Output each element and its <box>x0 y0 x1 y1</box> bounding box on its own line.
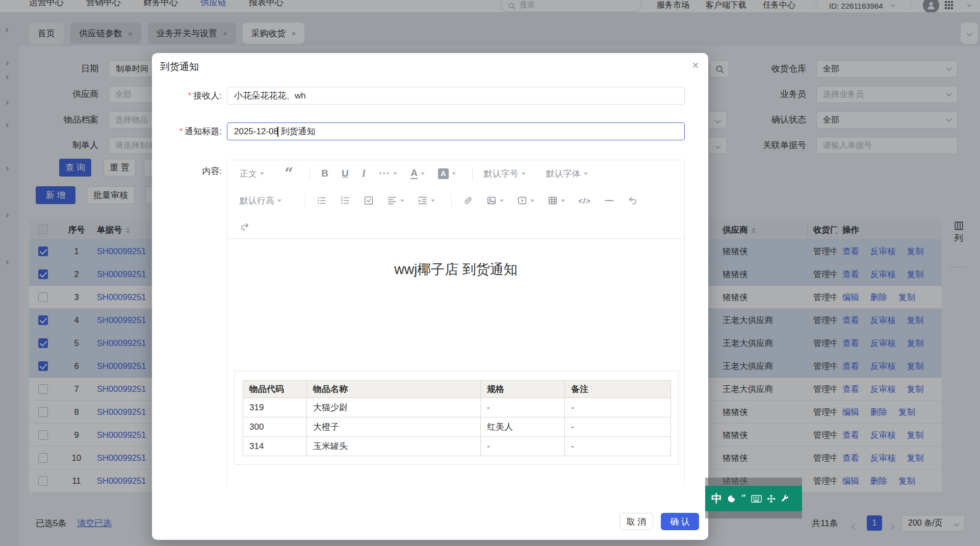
divider <box>310 166 310 181</box>
receiver-input[interactable]: 小花朵花花花、wh <box>227 87 685 105</box>
subject-input[interactable]: 2025-12-08 到货通知 <box>227 122 685 140</box>
font-family-select[interactable]: 默认字体 <box>546 168 588 180</box>
required-asterisk: * <box>179 127 183 136</box>
notice-table-body: 319大猫少尉--300大橙子红美人-314玉米罐头-- <box>243 398 671 456</box>
ime-toolbar[interactable]: 中 ” <box>705 486 802 511</box>
divider <box>451 193 452 208</box>
undo-button[interactable] <box>628 195 638 206</box>
notice-cell: 319 <box>243 398 307 417</box>
move-icon[interactable] <box>767 494 776 503</box>
font-color-button[interactable]: A <box>410 168 425 179</box>
notice-cell: 314 <box>243 437 307 456</box>
text-cursor <box>277 127 278 137</box>
notice-table-container: 物品代码物品名称规格备注 319大猫少尉--300大橙子红美人-314玉米罐头-… <box>234 371 679 465</box>
modal-title: 到货通知 <box>160 60 199 73</box>
notice-cell: 大猫少尉 <box>307 398 481 417</box>
notice-col-header: 物品代码 <box>243 381 307 398</box>
app-root: 运营中心营销中心财务中心供应链报表中心 搜索 服务市场客户端下载任务中心 ID:… <box>0 0 980 546</box>
ime-lang-indicator[interactable]: 中 <box>711 491 722 506</box>
notice-cell: - <box>565 437 671 456</box>
editor-toolbar-row-3 <box>227 214 684 239</box>
content-label: 内容: <box>152 162 222 180</box>
receiver-label: *接收人: <box>152 87 222 105</box>
notice-cell: 大橙子 <box>307 417 481 437</box>
image-button[interactable] <box>486 195 504 206</box>
notice-table-header: 物品代码物品名称规格备注 <box>243 381 671 398</box>
align-button[interactable] <box>387 195 404 206</box>
notice-cell: - <box>481 398 565 417</box>
notice-table-row: 319大猫少尉-- <box>243 398 671 417</box>
notice-cell: 300 <box>243 417 307 437</box>
confirm-button[interactable]: 确 认 <box>661 513 699 530</box>
bold-button[interactable]: B <box>321 168 328 179</box>
more-formats-button[interactable]: ··· <box>379 168 397 179</box>
notice-table-row: 314玉米罐头-- <box>243 437 671 456</box>
punctuation-icon[interactable]: ” <box>741 496 746 501</box>
indent-button[interactable] <box>418 195 435 206</box>
close-icon[interactable]: × <box>692 59 699 71</box>
moon-icon[interactable] <box>727 494 736 503</box>
numbered-list-button[interactable] <box>340 195 350 206</box>
notice-cell: - <box>565 417 671 437</box>
italic-button[interactable]: I <box>362 168 366 179</box>
notice-items-table: 物品代码物品名称规格备注 319大猫少尉--300大橙子红美人-314玉米罐头-… <box>243 380 671 456</box>
receiver-value: 小花朵花花花、wh <box>234 90 306 102</box>
notice-col-header: 物品名称 <box>307 381 481 398</box>
wrench-icon[interactable] <box>781 494 789 503</box>
font-size-select[interactable]: 默认字号 <box>484 168 526 180</box>
editor-content-area[interactable]: wwj椰子店 到货通知 物品代码物品名称规格备注 319大猫少尉--300大橙子… <box>227 239 684 487</box>
underline-button[interactable]: U <box>342 168 349 179</box>
notice-heading: wwj椰子店 到货通知 <box>227 260 684 279</box>
video-button[interactable] <box>517 195 534 206</box>
notice-cell: 红美人 <box>481 417 565 437</box>
notice-col-header: 备注 <box>565 381 671 398</box>
editor-toolbar-row-2: 默认行高 </> <box>227 187 684 214</box>
task-list-button[interactable] <box>364 195 374 206</box>
subject-label: *通知标题: <box>152 122 222 140</box>
code-button[interactable]: </> <box>578 196 591 205</box>
cancel-button[interactable]: 取 消 <box>620 513 653 530</box>
divider <box>472 166 473 181</box>
subject-value: 2025-12-08 到货通知 <box>234 126 316 137</box>
editor-toolbar-row-1: 正文 “ B U I ··· A A 默认字号 默认字体 <box>227 160 684 187</box>
notice-table-row: 300大橙子红美人- <box>243 417 671 437</box>
paragraph-style-select[interactable]: 正文 <box>240 168 264 180</box>
bullet-list-button[interactable] <box>317 195 327 206</box>
redo-button[interactable] <box>240 221 250 232</box>
divider <box>305 193 305 208</box>
highlight-color-button[interactable]: A <box>438 168 456 179</box>
notice-cell: 玉米罐头 <box>307 437 481 456</box>
notice-cell: - <box>565 398 671 417</box>
notice-cell: - <box>481 437 565 456</box>
arrival-notice-modal: 到货通知 × *接收人: 小花朵花花花、wh *通知标题: 2025-12-08… <box>152 53 708 540</box>
highlight-icon: A <box>438 168 449 179</box>
notice-col-header: 规格 <box>481 381 565 398</box>
quote-icon: “ <box>285 169 293 178</box>
table-button[interactable] <box>548 195 565 206</box>
required-asterisk: * <box>188 91 192 101</box>
rich-text-editor: 正文 “ B U I ··· A A 默认字号 默认字体 默认行高 <box>227 160 685 486</box>
blockquote-button[interactable]: “ <box>285 169 293 178</box>
line-height-select[interactable]: 默认行高 <box>240 195 281 207</box>
horizontal-rule-button[interactable] <box>604 195 614 206</box>
keyboard-icon[interactable] <box>751 495 762 503</box>
link-button[interactable] <box>463 195 473 206</box>
